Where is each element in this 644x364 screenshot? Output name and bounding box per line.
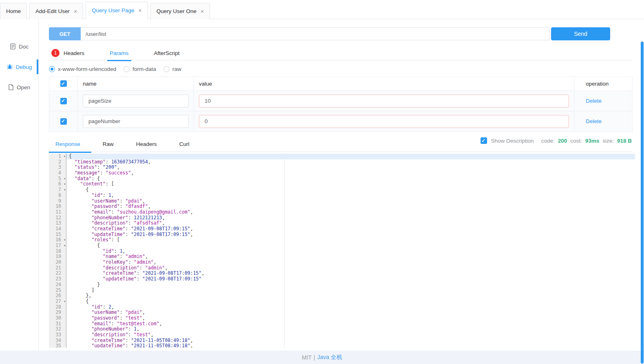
json-line: 20 "roleKey": "admin", (49, 260, 635, 265)
tab-afterscript[interactable]: AfterScript (152, 50, 182, 61)
json-line-number: 12 (49, 215, 66, 221)
json-line: 7▾ { (49, 187, 635, 193)
json-line: 17▾ { (49, 243, 635, 249)
json-line-number: 17▾ (49, 243, 66, 249)
json-line-code: { (66, 154, 635, 159)
window-tab-home[interactable]: Home (0, 3, 27, 19)
json-line: 27▾ { (49, 299, 635, 304)
window-tab-query-user-page[interactable]: Query User Page× (86, 2, 148, 19)
json-line-number: 21 (49, 265, 66, 271)
json-line: 12 "phoneNumber": 1212121213, (49, 215, 635, 221)
url-input[interactable] (81, 27, 550, 40)
json-line-code: { (66, 299, 635, 304)
window-tab-label: Home (6, 8, 21, 14)
method-select[interactable]: GET (49, 27, 81, 40)
row-checkbox[interactable] (60, 118, 67, 125)
json-line: 35 "updateTime": "2021-11-05T08:49:18", (49, 343, 635, 348)
collapse-arrow-icon[interactable]: ▾ (64, 187, 66, 193)
json-line: 2 "timestamp": 1636073477054, (49, 159, 635, 165)
delete-param-button[interactable]: Delete (586, 98, 602, 104)
row-checkbox[interactable] (60, 98, 67, 104)
show-description-checkbox[interactable] (481, 137, 487, 144)
param-name-input[interactable] (83, 95, 189, 108)
radio-form-data[interactable] (124, 66, 130, 72)
collapse-arrow-icon[interactable]: ▾ (64, 299, 66, 304)
delete-param-button[interactable]: Delete (586, 118, 602, 124)
collapse-arrow-icon[interactable]: ▾ (64, 176, 66, 182)
tab-params[interactable]: Params (107, 50, 131, 61)
vertical-scrollbar-thumb[interactable] (641, 42, 644, 364)
json-line: 25 ] (49, 288, 635, 293)
json-line-code: "roleKey": "admin", (66, 260, 635, 265)
window-tab-add-edit-user[interactable]: Add-Edit User× (29, 3, 83, 19)
params-table-header: name value operation (49, 77, 632, 91)
response-tab-headers[interactable]: Headers (130, 141, 168, 153)
sidebar-item-open[interactable]: Open (0, 77, 38, 97)
select-all-checkbox[interactable] (60, 80, 67, 87)
json-line-number: 9 (49, 199, 66, 204)
json-line-code: "updateTime": "2021-09-08T17:09:15", (66, 232, 635, 238)
response-tab-response[interactable]: Response (49, 141, 91, 153)
json-line-code: "updateTime": "2021-09-08T17:09:15" (66, 276, 635, 282)
json-line-code: "createTime": "2021-11-05T08:49:18", (66, 338, 635, 344)
sidebar-item-doc[interactable]: Doc (0, 36, 38, 57)
json-line-code: "data": { (66, 176, 635, 182)
json-line: 19 "name": "admin", (49, 254, 635, 260)
sidebar-item-label: Debug (16, 64, 32, 70)
json-line-number: 3 (49, 165, 66, 170)
footer-separator: | (314, 354, 315, 361)
send-button[interactable]: Send (551, 27, 610, 40)
json-line-code: "name": "admin", (66, 254, 635, 260)
collapse-arrow-icon[interactable]: ▾ (64, 243, 66, 249)
json-line-code: "id": 1, (66, 193, 635, 199)
radio-raw[interactable] (163, 66, 170, 72)
json-line-number: 5▾ (49, 176, 66, 182)
request-bar: GET Send (49, 27, 610, 40)
param-value-input[interactable] (199, 95, 569, 108)
json-line-code: "userName": "pdai", (66, 199, 635, 204)
json-line-number: 18 (49, 249, 66, 254)
json-line-number: 20 (49, 260, 66, 265)
collapse-arrow-icon[interactable]: ▾ (64, 181, 66, 187)
column-header-operation: operation (574, 77, 632, 90)
footer: MIT | Java 全栈 (0, 351, 644, 364)
doc-icon (10, 43, 16, 50)
collapse-arrow-icon[interactable]: ▾ (64, 154, 66, 159)
json-line: 34 "createTime": "2021-11-05T08:49:18", (49, 338, 635, 344)
footer-license: MIT (302, 354, 311, 361)
json-line: 31 "email": "test@test.com", (49, 321, 635, 327)
window-tab-label: Query User Page (92, 7, 134, 13)
radio-x-www-form-urlencoded[interactable] (49, 66, 55, 72)
response-tab-curl[interactable]: Curl (173, 141, 201, 153)
stat-label-cost: cost: (570, 138, 582, 144)
close-icon[interactable]: × (201, 9, 204, 14)
json-line-code: { (66, 187, 635, 193)
json-line: 3 "status": "200", (49, 165, 635, 170)
json-line: 24 } (49, 282, 635, 288)
close-icon[interactable]: × (139, 8, 142, 13)
json-line-code: "id": 1, (66, 249, 635, 254)
param-name-input[interactable] (83, 115, 189, 128)
window-tab-query-user-one[interactable]: Query User One× (150, 3, 210, 19)
stat-value-code: 200 (558, 138, 567, 144)
footer-link[interactable]: Java 全栈 (317, 354, 342, 361)
json-line-code: "userName": "pdai", (66, 310, 635, 315)
response-tab-raw[interactable]: Raw (96, 141, 125, 153)
json-line-number: 11 (49, 210, 66, 215)
response-json-viewer: 1▾{2 "timestamp": 1636073477054,3 "statu… (49, 154, 635, 348)
json-line: 22 "createTime": "2021-09-08T17:09:15", (49, 271, 635, 276)
json-line: 1▾{ (49, 154, 635, 159)
param-value-input[interactable] (199, 115, 569, 128)
json-line: 16▾ "roles": [ (49, 237, 635, 243)
collapse-arrow-icon[interactable]: ▾ (64, 237, 66, 243)
sidebar-item-debug[interactable]: Debug (0, 57, 38, 77)
json-line: 23 "updateTime": "2021-09-08T17:09:15" (49, 276, 635, 282)
json-line-number: 24 (49, 282, 66, 288)
tab-headers[interactable]: 1Headers (49, 49, 87, 62)
json-line: 29 "userName": "pdai", (49, 310, 635, 315)
json-line-number: 33 (49, 332, 66, 338)
tab-label: AfterScript (154, 50, 180, 56)
json-line-code: "phoneNumber": 1, (66, 326, 635, 332)
close-icon[interactable]: × (74, 9, 77, 14)
json-line-number: 30 (49, 315, 66, 321)
